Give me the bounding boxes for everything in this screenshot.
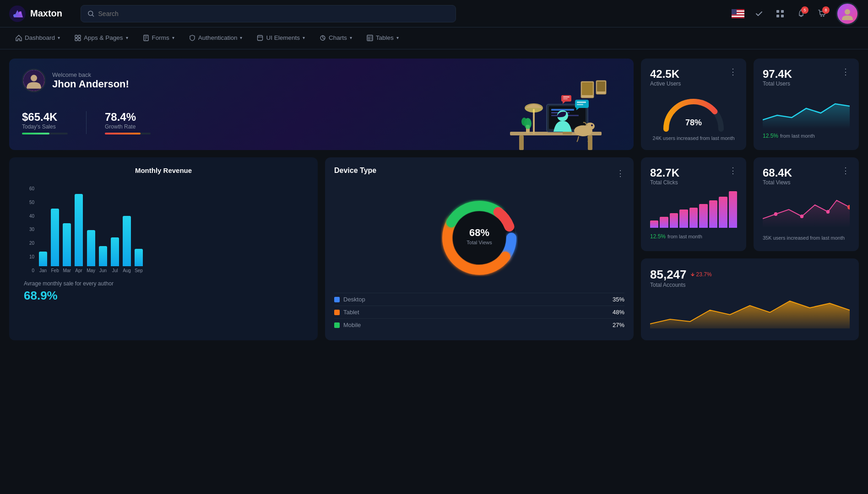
- mobile-label: Mobile: [343, 322, 613, 328]
- svg-point-21: [845, 9, 850, 15]
- avatar[interactable]: [836, 2, 859, 25]
- welcome-greet: Welcome back: [52, 71, 129, 78]
- sales-value: $65.4K: [22, 111, 68, 124]
- views-more[interactable]: ⋮: [841, 166, 850, 175]
- nav-tables-arrow: ▾: [396, 35, 399, 40]
- search-input[interactable]: [98, 10, 449, 17]
- mobile-pct: 27%: [613, 322, 624, 328]
- sales-bar-fill: [22, 133, 49, 134]
- svg-rect-49: [563, 132, 572, 134]
- search-bar[interactable]: [81, 5, 456, 22]
- nav-apps-pages[interactable]: Apps & Pages ▾: [68, 27, 135, 49]
- user-avatar: [22, 69, 46, 92]
- clicks-label: Total Clicks: [650, 179, 679, 186]
- total-users-more[interactable]: ⋮: [841, 68, 850, 76]
- svg-point-20: [823, 15, 825, 16]
- total-users-chart: [763, 92, 850, 129]
- bars-container: Jan Feb Mar Apr May: [39, 194, 309, 273]
- nav-auth-arrow: ▾: [240, 35, 242, 40]
- growth-label: Growth Rate: [105, 124, 151, 130]
- views-sub: 35K users increased from last month: [763, 235, 850, 241]
- nav-dashboard-arrow: ▾: [58, 35, 60, 40]
- total-users-trend-label: from last month: [780, 133, 815, 139]
- clicks-chart: [650, 191, 737, 228]
- notifications-button[interactable]: 5: [794, 6, 808, 21]
- svg-rect-42: [533, 109, 535, 134]
- svg-rect-40: [519, 135, 524, 150]
- nav-apps-arrow: ▾: [126, 35, 128, 40]
- today-sales: $65.4K Today's Sales: [22, 111, 68, 134]
- active-users-sub: 24K users increased from last month: [650, 135, 737, 141]
- welcome-illustration: [492, 68, 620, 150]
- sales-bar-bg: [22, 133, 68, 134]
- down-arrow-icon: [690, 272, 695, 277]
- revenue-title: Monthly Revenue: [18, 166, 309, 174]
- total-views-card: 68.4K Total Views ⋮ 35K users increased …: [754, 157, 859, 251]
- header: Maxton: [0, 0, 868, 27]
- welcome-card: Welcome back Jhon Anderson! $65.4K Today…: [9, 59, 634, 150]
- nav-forms-label: Forms: [152, 34, 169, 41]
- cart-button[interactable]: 8: [815, 6, 830, 21]
- active-users-header: 42.5K Active Users ⋮: [650, 68, 737, 87]
- bar-jun: Jun: [99, 246, 107, 273]
- nav-dashboard[interactable]: Dashboard ▾: [9, 27, 66, 49]
- donut-svg: 68% Total Views: [429, 188, 530, 288]
- total-users-header: 97.4K Total Users ⋮: [763, 68, 850, 87]
- accounts-trend: 23.7%: [690, 271, 712, 278]
- views-chart: [763, 191, 850, 228]
- revenue-avg-value: 68.9%: [24, 289, 309, 303]
- growth-bar-bg: [105, 133, 151, 134]
- bar-jul: Jul: [111, 237, 119, 273]
- svg-point-2: [19, 11, 22, 14]
- y-label-50: 50: [29, 200, 34, 205]
- growth-rate: 78.4% Growth Rate: [105, 111, 151, 134]
- svg-rect-11: [732, 16, 744, 17]
- svg-marker-55: [563, 102, 565, 104]
- clicks-trend-value: 12.5%: [650, 233, 666, 240]
- nav-forms[interactable]: Forms ▾: [136, 27, 181, 49]
- nav-charts[interactable]: Charts ▾: [313, 27, 358, 49]
- svg-point-1: [13, 14, 16, 17]
- active-users-more[interactable]: ⋮: [729, 68, 737, 76]
- svg-rect-22: [75, 35, 77, 38]
- welcome-name: Jhon Anderson!: [52, 78, 129, 90]
- clicks-more[interactable]: ⋮: [729, 166, 737, 175]
- nav-authentication[interactable]: Authentication ▾: [183, 27, 249, 49]
- check-icon[interactable]: [752, 6, 766, 21]
- views-label: Total Views: [763, 179, 792, 186]
- svg-rect-30: [258, 35, 263, 40]
- total-accounts-card: 85,247 23.7% Total Accounts: [641, 258, 859, 341]
- device-type-more[interactable]: ⋮: [616, 169, 624, 177]
- accounts-header: 85,247 23.7% Total Accounts: [650, 268, 850, 288]
- nav-tables[interactable]: Tables ▾: [360, 27, 405, 49]
- desktop-label: Desktop: [343, 296, 613, 303]
- active-users-label: Active Users: [650, 81, 681, 87]
- language-selector[interactable]: [731, 6, 745, 21]
- legend-mobile: Mobile 27%: [334, 318, 624, 331]
- growth-bar-fill: [105, 133, 141, 134]
- svg-rect-24: [75, 38, 77, 41]
- active-users-card: 42.5K Active Users ⋮ 78% 24K us: [641, 59, 746, 150]
- sales-label: Today's Sales: [22, 124, 68, 130]
- y-axis: 60 50 40 30 20 10 0: [29, 186, 37, 273]
- bar-feb: Feb: [51, 209, 59, 273]
- nav-ui-elements[interactable]: UI Elements ▾: [250, 27, 311, 49]
- svg-rect-17: [781, 15, 784, 17]
- nav-dashboard-label: Dashboard: [25, 34, 55, 41]
- clicks-trend-label: from last month: [667, 234, 702, 239]
- forms-icon: [143, 35, 149, 41]
- tablet-dot: [334, 310, 340, 315]
- logo[interactable]: Maxton: [9, 5, 73, 22]
- svg-rect-12: [732, 17, 744, 18]
- svg-point-78: [774, 212, 778, 216]
- svg-point-80: [826, 210, 830, 214]
- total-users-trend-value: 12.5%: [763, 133, 778, 139]
- apps-icon[interactable]: [773, 6, 787, 21]
- y-label-60: 60: [29, 186, 34, 191]
- notifications-badge: 5: [801, 6, 808, 14]
- y-label-30: 30: [29, 227, 34, 232]
- y-label-10: 10: [29, 254, 34, 259]
- svg-rect-52: [577, 102, 586, 103]
- main-content: Welcome back Jhon Anderson! $65.4K Today…: [0, 49, 868, 349]
- svg-text:68%: 68%: [469, 227, 489, 238]
